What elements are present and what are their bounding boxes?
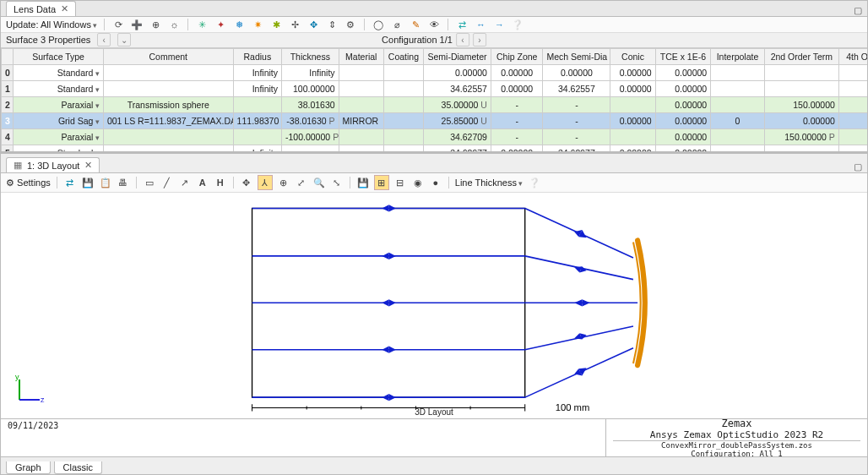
- rect-icon[interactable]: ▭: [143, 176, 156, 189]
- chevron-left-icon[interactable]: ‹: [97, 33, 111, 46]
- table-row[interactable]: 2ParaxialTransmission sphere38.0163035.0…: [2, 96, 868, 112]
- grid-icon[interactable]: ⊞: [374, 175, 389, 190]
- cell[interactable]: [838, 128, 867, 145]
- cell[interactable]: [383, 96, 423, 112]
- cell[interactable]: [383, 80, 423, 96]
- cell[interactable]: 0.00000: [655, 128, 711, 145]
- cell[interactable]: -100.00000P: [281, 128, 339, 145]
- cell[interactable]: [339, 64, 383, 80]
- beam-icon[interactable]: ✱: [269, 18, 283, 31]
- cell[interactable]: [838, 96, 867, 112]
- cell[interactable]: [281, 145, 339, 152]
- cell[interactable]: [103, 64, 233, 80]
- lock-icon[interactable]: ⊟: [393, 176, 407, 189]
- cell[interactable]: 0.00000: [655, 112, 711, 128]
- column-header[interactable]: [2, 48, 14, 64]
- column-header[interactable]: Chip Zone: [491, 48, 542, 64]
- cell[interactable]: [838, 64, 867, 80]
- swap2-icon[interactable]: ↔: [474, 18, 487, 31]
- cell[interactable]: [339, 80, 383, 96]
- chevron-down-icon[interactable]: ⌄: [117, 33, 131, 46]
- row-index[interactable]: 5 IMAGE: [2, 145, 14, 152]
- row-index[interactable]: 4: [2, 128, 14, 145]
- cell[interactable]: [233, 128, 281, 145]
- text-a-icon[interactable]: A: [196, 176, 209, 189]
- table-row[interactable]: 0 OBJECTStandardInfinityInfinity0.000000…: [2, 64, 868, 80]
- cell[interactable]: 34.62557: [543, 80, 610, 96]
- cell[interactable]: [838, 145, 867, 152]
- row-index[interactable]: 0 OBJECT: [2, 64, 14, 80]
- cell[interactable]: Paraxial: [14, 96, 104, 112]
- table-row[interactable]: 4Paraxial-100.00000P34.62709--0.00000150…: [2, 128, 868, 145]
- save-icon[interactable]: 💾: [81, 176, 95, 189]
- zoom-fit-icon[interactable]: 🔍: [312, 176, 326, 189]
- cell[interactable]: [103, 145, 233, 152]
- cell[interactable]: 25.85000U: [424, 112, 491, 128]
- dot-icon[interactable]: ◉: [411, 176, 425, 189]
- solve-icon[interactable]: ⚙: [344, 18, 357, 31]
- cell[interactable]: [764, 64, 838, 80]
- close-icon[interactable]: ✕: [61, 3, 68, 14]
- cell[interactable]: Infinity: [233, 80, 281, 96]
- circle-icon[interactable]: ◯: [372, 18, 385, 31]
- wizard-icon[interactable]: ✦: [214, 18, 227, 31]
- cell[interactable]: 0.00000: [838, 112, 867, 128]
- cell[interactable]: [764, 80, 838, 96]
- cell[interactable]: [711, 80, 765, 96]
- cell[interactable]: 001 LS R=111.9837_ZEMAX.DAT: [103, 112, 233, 128]
- save2-icon[interactable]: 💾: [356, 176, 370, 189]
- palette-icon[interactable]: ✎: [409, 18, 422, 31]
- tab-lens-data[interactable]: Lens Data ✕: [6, 1, 76, 16]
- pan-icon[interactable]: ✥: [240, 176, 253, 189]
- cell[interactable]: -: [491, 128, 542, 145]
- zoom-in-icon[interactable]: ⤢: [295, 176, 308, 189]
- cell[interactable]: [711, 64, 765, 80]
- column-header[interactable]: Radius: [233, 48, 281, 64]
- triad-icon[interactable]: ⅄: [258, 175, 273, 190]
- maximize-icon[interactable]: ▢: [854, 5, 862, 16]
- cell[interactable]: [339, 96, 383, 112]
- column-header[interactable]: Material: [339, 48, 383, 64]
- column-header[interactable]: Coating: [383, 48, 423, 64]
- cell[interactable]: -: [543, 128, 610, 145]
- cell[interactable]: [103, 80, 233, 96]
- cell[interactable]: -: [491, 96, 542, 112]
- clear-icon[interactable]: ⌀: [390, 18, 404, 31]
- cell[interactable]: 0.00000: [424, 64, 491, 80]
- arrow-icon[interactable]: ↗: [178, 176, 192, 189]
- line-thickness-dropdown[interactable]: Line Thickness: [455, 177, 524, 188]
- cell[interactable]: 38.01630: [281, 96, 339, 112]
- tab-classic[interactable]: Classic: [54, 461, 102, 474]
- update-dropdown[interactable]: Update: All Windows: [6, 19, 97, 30]
- cell[interactable]: 35.00000U: [424, 96, 491, 112]
- maximize-icon[interactable]: ▢: [854, 161, 862, 172]
- column-header[interactable]: Conic: [610, 48, 655, 64]
- cell[interactable]: 150.00000P: [764, 128, 838, 145]
- plus-icon[interactable]: ➕: [130, 18, 144, 31]
- table-row[interactable]: 3 STOP (aper)Grid Sag001 LS R=111.9837_Z…: [2, 112, 868, 128]
- column-header[interactable]: Mech Semi-Dia: [543, 48, 610, 64]
- swap3-icon[interactable]: →: [492, 18, 506, 31]
- var-icon[interactable]: ⇕: [325, 18, 339, 31]
- cell[interactable]: [383, 112, 423, 128]
- cell[interactable]: Paraxial: [14, 128, 104, 145]
- cell[interactable]: 150.00000: [764, 96, 838, 112]
- column-header[interactable]: Surface Type: [14, 48, 104, 64]
- aperture-icon[interactable]: ✢: [288, 18, 301, 31]
- cell[interactable]: 0.00000: [491, 145, 542, 152]
- column-header[interactable]: Comment: [103, 48, 233, 64]
- close-icon[interactable]: ✕: [84, 160, 92, 171]
- fold-icon[interactable]: ✷: [251, 18, 264, 31]
- table-row[interactable]: 1StandardInfinity100.0000034.625570.0000…: [2, 80, 868, 96]
- print-icon[interactable]: 🖶: [117, 176, 130, 189]
- cell[interactable]: Transmission sphere: [103, 96, 233, 112]
- settings-button[interactable]: ⚙ Settings: [6, 177, 51, 188]
- table-row[interactable]: 5 IMAGEStandardInfinity34.629770.0000034…: [2, 145, 868, 152]
- cell[interactable]: 0.00000: [655, 80, 711, 96]
- cell[interactable]: 0.00000: [543, 64, 610, 80]
- cell[interactable]: [711, 145, 765, 152]
- cell[interactable]: [103, 128, 233, 145]
- line-icon[interactable]: ╱: [160, 176, 174, 189]
- text-h-icon[interactable]: H: [214, 176, 227, 189]
- swap-icon[interactable]: ⇄: [455, 18, 469, 31]
